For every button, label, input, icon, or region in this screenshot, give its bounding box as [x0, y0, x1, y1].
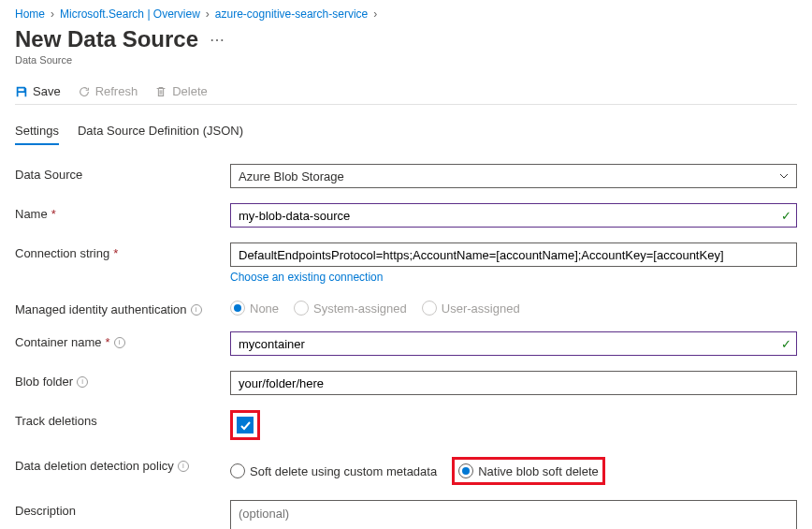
more-actions-icon[interactable]: ⋯ — [210, 31, 225, 49]
breadcrumb-sep: › — [206, 7, 210, 21]
breadcrumb-home[interactable]: Home — [15, 7, 45, 21]
highlight-box — [230, 410, 260, 440]
choose-connection-link[interactable]: Choose an existing connection — [230, 271, 383, 284]
info-icon[interactable]: i — [178, 461, 189, 472]
container-name-input[interactable] — [230, 331, 797, 356]
required-indicator: * — [106, 335, 110, 349]
required-indicator: * — [51, 207, 56, 221]
label-connection-string: Connection string — [15, 246, 109, 260]
tabs: Settings Data Source Definition (JSON) — [15, 124, 797, 145]
radio-user-label: User-assigned — [442, 301, 520, 316]
label-deletion-policy: Data deletion detection policy — [15, 459, 174, 473]
label-data-source: Data Source — [15, 164, 230, 182]
check-icon: ✓ — [781, 209, 791, 223]
radio-system[interactable]: System-assigned — [294, 301, 407, 316]
radio-none-label: None — [250, 301, 279, 316]
check-icon — [239, 419, 252, 432]
delete-label: Delete — [172, 84, 208, 98]
radio-native-label: Native blob soft delete — [478, 464, 599, 478]
label-name: Name — [15, 207, 48, 221]
label-managed-identity: Managed identity authentication — [15, 302, 187, 316]
save-icon — [15, 85, 28, 98]
radio-system-label: System-assigned — [313, 301, 407, 316]
delete-button[interactable]: Delete — [154, 84, 208, 98]
radio-user[interactable]: User-assigned — [422, 301, 520, 316]
breadcrumb: Home › Microsoft.Search | Overview › azu… — [15, 7, 797, 21]
page-title: New Data Source — [15, 26, 198, 52]
tab-json[interactable]: Data Source Definition (JSON) — [78, 124, 243, 145]
radio-native-delete[interactable]: Native blob soft delete — [458, 463, 599, 478]
radio-circle — [230, 301, 245, 316]
refresh-button[interactable]: Refresh — [78, 84, 138, 98]
info-icon[interactable]: i — [191, 304, 202, 316]
radio-circle — [230, 463, 245, 478]
info-icon[interactable]: i — [114, 337, 125, 348]
required-indicator: * — [113, 246, 118, 260]
tab-settings[interactable]: Settings — [15, 124, 59, 145]
chevron-down-icon — [779, 171, 789, 181]
connection-string-input[interactable] — [230, 242, 797, 267]
save-label: Save — [33, 84, 61, 98]
radio-circle — [458, 463, 473, 478]
page-subtitle: Data Source — [15, 54, 797, 66]
breadcrumb-search[interactable]: Microsoft.Search | Overview — [60, 7, 200, 21]
refresh-icon — [78, 85, 91, 98]
save-button[interactable]: Save — [15, 84, 61, 98]
breadcrumb-service[interactable]: azure-cognitive-search-service — [215, 7, 368, 21]
label-description: Description — [15, 500, 230, 518]
check-icon: ✓ — [781, 337, 791, 351]
info-icon[interactable]: i — [77, 376, 88, 388]
track-deletions-checkbox[interactable] — [237, 417, 254, 433]
highlight-box: Native blob soft delete — [452, 457, 605, 485]
blob-folder-input[interactable] — [230, 371, 797, 395]
breadcrumb-sep: › — [373, 7, 377, 21]
radio-circle — [294, 301, 309, 316]
refresh-label: Refresh — [95, 84, 138, 98]
name-input[interactable] — [230, 203, 797, 228]
toolbar: Save Refresh Delete — [15, 79, 797, 105]
radio-none[interactable]: None — [230, 301, 279, 316]
radio-soft-delete[interactable]: Soft delete using custom metadata — [230, 463, 437, 478]
label-blob-folder: Blob folder — [15, 375, 73, 389]
radio-soft-label: Soft delete using custom metadata — [250, 464, 437, 478]
radio-circle — [422, 301, 437, 316]
data-source-value: Azure Blob Storage — [239, 169, 344, 184]
breadcrumb-sep: › — [51, 7, 54, 21]
data-source-select[interactable]: Azure Blob Storage — [230, 164, 797, 188]
label-track-deletions: Track deletions — [15, 410, 230, 428]
delete-icon — [154, 85, 167, 98]
description-textarea[interactable] — [230, 500, 797, 529]
label-container-name: Container name — [15, 335, 102, 349]
